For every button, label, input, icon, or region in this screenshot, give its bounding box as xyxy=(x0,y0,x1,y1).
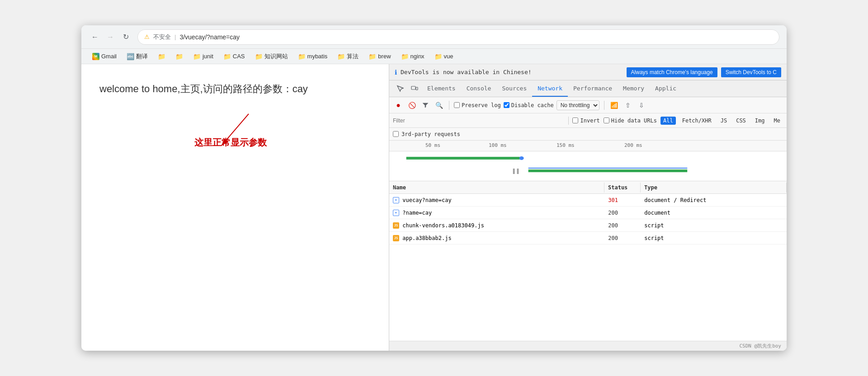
tick-200ms: 200 ms xyxy=(624,142,642,148)
preserve-log-group[interactable]: Preserve log xyxy=(454,102,501,108)
folder-icon-junit: 📁 xyxy=(193,53,201,60)
welcome-text: welcome to home,主页,访问的路径的参数：cay xyxy=(99,82,371,96)
bookmark-cas-label: CAS xyxy=(233,53,245,60)
tab-console[interactable]: Console xyxy=(461,80,497,97)
bookmark-blank1[interactable]: 📁 xyxy=(154,52,169,61)
device-toolbar-icon[interactable] xyxy=(407,80,422,97)
network-row-1[interactable]: ≡ vuecay?name=cay 301 document / Redirec… xyxy=(389,194,787,207)
timeline-area: 50 ms 100 ms 150 ms 200 ms xyxy=(389,141,787,181)
hide-data-urls-checkbox[interactable] xyxy=(604,118,609,123)
disable-cache-checkbox[interactable] xyxy=(504,102,509,108)
bookmark-blank2[interactable]: 📁 xyxy=(172,52,187,61)
bookmark-mybatis[interactable]: 📁 mybatis xyxy=(294,52,331,61)
filter-tab-js[interactable]: JS xyxy=(718,117,730,125)
network-row-2[interactable]: ≡ ?name=cay 200 document xyxy=(389,207,787,219)
network-table: Name Status Type ≡ vuecay?name=cay 301 d… xyxy=(389,181,787,341)
network-row-4[interactable]: JS app.a38bbab2.js 200 script xyxy=(389,232,787,244)
inspect-element-icon[interactable] xyxy=(393,80,407,97)
devtools-bottom-bar: CSDN @凯先生boy xyxy=(389,341,787,351)
back-button[interactable]: ← xyxy=(89,31,101,43)
doc-icon-1: ≡ xyxy=(393,197,399,203)
bookmark-translate[interactable]: 🔤 翻译 xyxy=(123,52,151,61)
folder-icon-1: 📁 xyxy=(158,53,165,60)
row3-status: 200 xyxy=(604,221,641,230)
throttle-select[interactable]: No throttling xyxy=(557,100,599,110)
switch-devtools-button[interactable]: Switch DevTools to C xyxy=(721,67,781,77)
row2-name-cell: ≡ ?name=cay xyxy=(389,208,604,218)
forward-button[interactable]: → xyxy=(104,31,117,43)
svg-rect-8 xyxy=(528,169,688,172)
tick-100ms: 100 ms xyxy=(489,142,507,148)
tab-elements[interactable]: Elements xyxy=(422,80,461,97)
hide-data-urls-group[interactable]: Hide data URLs xyxy=(604,118,657,124)
svg-rect-6 xyxy=(513,169,515,174)
toolbar-separator-1 xyxy=(449,101,449,110)
import-button[interactable]: ⇧ xyxy=(623,100,633,111)
tick-50ms: 50 ms xyxy=(425,142,440,148)
search-button[interactable]: 🔍 xyxy=(434,100,444,111)
bookmarks-bar: M Gmail 🔤 翻译 📁 📁 📁 junit 📁 CAS 📁 知识网站 📁 … xyxy=(81,49,787,64)
preserve-log-label: Preserve log xyxy=(462,102,501,108)
filter-tab-all[interactable]: All xyxy=(660,117,676,125)
row4-status: 200 xyxy=(604,233,641,243)
address-bar[interactable]: ⚠ 不安全 | 3/vuecay/?name=cay xyxy=(137,29,779,45)
filter-input[interactable] xyxy=(393,118,565,124)
security-warning-icon: ⚠ xyxy=(144,33,150,40)
bookmark-suanfa[interactable]: 📁 算法 xyxy=(334,52,362,61)
timeline-track-2 xyxy=(389,164,787,179)
bookmark-brew-label: brew xyxy=(378,53,391,60)
tab-memory[interactable]: Memory xyxy=(618,80,650,97)
tab-performance[interactable]: Performance xyxy=(568,80,618,97)
filter-tab-img[interactable]: Img xyxy=(752,117,768,125)
record-button[interactable]: ● xyxy=(393,100,404,111)
folder-icon-cas: 📁 xyxy=(223,53,231,60)
disable-cache-group[interactable]: Disable cache xyxy=(504,102,554,108)
gmail-icon: M xyxy=(92,53,99,60)
doc-icon-2: ≡ xyxy=(393,210,399,216)
bookmark-brew[interactable]: 📁 brew xyxy=(365,52,394,61)
bookmark-nginx-label: nginx xyxy=(410,53,425,60)
invert-checkbox[interactable] xyxy=(572,118,578,123)
js-icon-2: JS xyxy=(393,235,399,241)
filter-tab-media[interactable]: Me xyxy=(771,117,783,125)
tab-application-label: Applic xyxy=(655,85,676,92)
hide-data-urls-label: Hide data URLs xyxy=(611,118,657,124)
bookmark-zhishi[interactable]: 📁 知识网站 xyxy=(251,52,292,61)
page-content: welcome to home,主页,访问的路径的参数：cay 这里正常显示参数 xyxy=(81,64,389,351)
tab-sources[interactable]: Sources xyxy=(496,80,532,97)
bookmark-translate-label: 翻译 xyxy=(136,52,148,61)
network-filter-bar: Invert Hide data URLs All Fetch/XHR JS C… xyxy=(389,113,787,128)
network-conditions-button[interactable]: 📶 xyxy=(609,100,620,111)
preserve-log-checkbox[interactable] xyxy=(454,102,460,108)
tab-network-label: Network xyxy=(538,85,562,92)
bookmark-gmail[interactable]: M Gmail xyxy=(89,52,120,61)
filter-tab-css[interactable]: CSS xyxy=(733,117,749,125)
match-language-button[interactable]: Always match Chrome's language xyxy=(627,67,717,77)
tab-network[interactable]: Network xyxy=(532,80,568,97)
bookmark-junit[interactable]: 📁 junit xyxy=(189,52,217,61)
third-party-checkbox[interactable] xyxy=(393,131,399,137)
tab-sources-label: Sources xyxy=(502,85,527,92)
invert-group[interactable]: Invert xyxy=(572,118,599,124)
devtools-tabs: Elements Console Sources Network Perform… xyxy=(389,80,787,97)
svg-rect-4 xyxy=(406,157,520,160)
folder-icon-mybatis: 📁 xyxy=(298,53,306,60)
network-row-3[interactable]: JS chunk-vendors.a0183049.js 200 script xyxy=(389,219,787,232)
row3-type: script xyxy=(641,221,787,230)
bookmark-vue[interactable]: 📁 vue xyxy=(431,52,457,61)
export-button[interactable]: ⇩ xyxy=(636,100,647,111)
network-table-header: Name Status Type xyxy=(389,181,787,194)
row2-status: 200 xyxy=(604,208,641,218)
filter-tab-fetch-xhr[interactable]: Fetch/XHR xyxy=(679,117,714,125)
bookmark-cas[interactable]: 📁 CAS xyxy=(220,52,249,61)
tab-memory-label: Memory xyxy=(623,85,644,92)
folder-icon-suanfa: 📁 xyxy=(337,53,345,60)
reload-button[interactable]: ↻ xyxy=(119,31,132,43)
folder-icon-vue: 📁 xyxy=(434,53,442,60)
filter-button[interactable] xyxy=(420,100,431,111)
filter-separator xyxy=(568,117,569,125)
clear-button[interactable]: 🚫 xyxy=(406,100,417,111)
disable-cache-label: Disable cache xyxy=(511,102,554,108)
bookmark-nginx[interactable]: 📁 nginx xyxy=(397,52,428,61)
tab-application[interactable]: Applic xyxy=(650,80,682,97)
